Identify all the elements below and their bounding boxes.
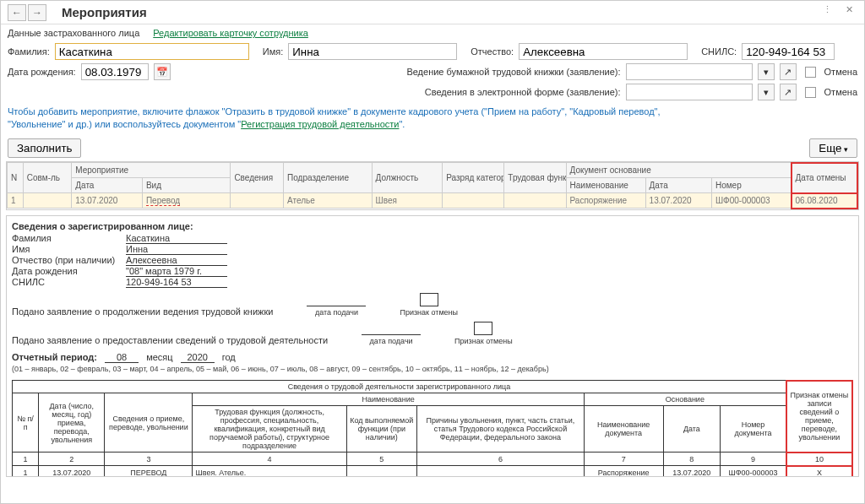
cancel-date-header: Дата отмены (792, 163, 857, 193)
forward-button[interactable]: → (28, 4, 46, 21)
electronic-input[interactable] (626, 84, 753, 100)
report-cancel-header: Признак отмены записи сведений о приеме,… (786, 381, 852, 453)
insured-label: Данные застрахованного лица (8, 28, 139, 38)
menu-icon[interactable]: ⋮ (819, 4, 835, 21)
dob-input[interactable] (81, 63, 149, 80)
firstname-input[interactable] (288, 43, 457, 60)
lastname-label: Фамилия: (8, 46, 50, 57)
electronic-cancel-label: Отмена (824, 87, 857, 97)
table-row[interactable]: 1 13.07.2020 Перевод Ателье Швея Распоря… (8, 193, 858, 209)
firstname-label: Имя: (263, 46, 283, 57)
electronic-cancel-checkbox[interactable] (805, 87, 816, 98)
back-button[interactable]: ← (8, 4, 26, 21)
details-panel: Сведения о зарегистрированном лице: Фами… (6, 215, 859, 477)
electronic-open-icon[interactable]: ↗ (780, 84, 797, 100)
snils-input[interactable] (742, 43, 835, 60)
more-button[interactable]: Еще (809, 138, 857, 158)
edit-employee-link[interactable]: Редактировать карточку сотрудника (153, 28, 308, 38)
snils-label: СНИЛС: (701, 46, 737, 57)
paper-label: Ведение бумажной трудовой книжки (заявле… (406, 67, 620, 77)
dob-label: Дата рождения: (8, 67, 76, 77)
fill-button[interactable]: Заполнить (8, 138, 81, 158)
lastname-input[interactable] (55, 43, 249, 60)
page-title: Мероприятия (62, 5, 813, 19)
paper-dropdown-icon[interactable]: ▾ (758, 63, 775, 80)
calendar-icon[interactable]: 📅 (154, 63, 171, 80)
paper-cancel-label: Отмена (824, 67, 857, 77)
register-activity-link[interactable]: Регистрация трудовой деятельности (241, 119, 399, 129)
electronic-label: Сведения в электронной форме (заявление)… (425, 87, 621, 97)
patronymic-input[interactable] (519, 43, 688, 60)
electronic-dropdown-icon[interactable]: ▾ (758, 84, 775, 100)
paper-open-icon[interactable]: ↗ (780, 63, 797, 80)
report-row: 113.07.2020ПЕРЕВОД Швея. Ателье. Распоря… (13, 466, 853, 477)
report-table: Сведения о трудовой деятельности зарегис… (12, 380, 853, 477)
hint-text: Чтобы добавить мероприятие, включите фла… (1, 102, 864, 135)
events-grid[interactable]: N Совм-ль Мероприятие Сведения Подраздел… (6, 161, 859, 210)
paper-cancel-checkbox[interactable] (805, 67, 816, 78)
cancel-date-cell: 06.08.2020 (792, 193, 857, 209)
report-cancel-cell: X (786, 466, 852, 477)
paper-input[interactable] (626, 63, 753, 80)
close-icon[interactable]: ✕ (841, 4, 857, 21)
patronymic-label: Отчество: (471, 46, 514, 57)
